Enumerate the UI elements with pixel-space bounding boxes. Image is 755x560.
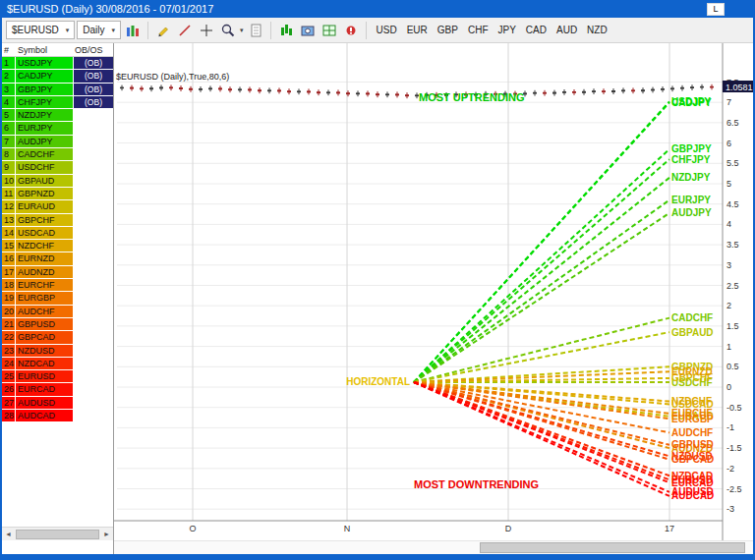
table-row[interactable]: 26EURCAD: [2, 383, 113, 396]
obos-cell: [74, 175, 113, 187]
table-row[interactable]: 22GBPCAD: [2, 331, 113, 344]
svg-text:CADCHF: CADCHF: [671, 312, 713, 323]
currency-button-usd[interactable]: USD: [372, 23, 402, 37]
currency-button-cad[interactable]: CAD: [521, 23, 552, 37]
snapshot-icon[interactable]: [298, 21, 318, 40]
scroll-right-icon[interactable]: ►: [100, 531, 113, 537]
toolbar: $EURUSD ▾ Daily ▾ ▾: [2, 18, 753, 43]
table-row[interactable]: 12EURAUD: [2, 200, 113, 213]
title-bar[interactable]: $EURUSD (Daily) 30/08/2016 - 07/01/2017 …: [2, 0, 753, 18]
symbol-cell: EURUSD: [16, 370, 73, 383]
svg-text:CHFJPY: CHFJPY: [671, 154, 711, 165]
currency-button-aud[interactable]: AUD: [552, 23, 582, 37]
toolbar-separator: [147, 22, 148, 39]
svg-text:4: 4: [726, 219, 731, 229]
chart-hscrollbar[interactable]: [114, 540, 753, 554]
table-row[interactable]: 19EURGBP: [2, 292, 113, 305]
window-title: $EURUSD (Daily) 30/08/2016 - 07/01/2017: [7, 3, 707, 15]
chart-area: 7.576.565.554.543.532.521.510.50-0.5-1-1…: [114, 43, 753, 554]
obos-cell: [74, 306, 113, 317]
table-row[interactable]: 1USDJPY(OB): [2, 57, 113, 70]
table-row[interactable]: 18EURCHF: [2, 279, 113, 292]
zoom-icon[interactable]: [218, 21, 238, 40]
currency-button-gbp[interactable]: GBP: [433, 23, 463, 37]
svg-text:4.5: 4.5: [726, 199, 739, 209]
rank-cell: 22: [2, 331, 16, 344]
table-row[interactable]: 15NZDCHF: [2, 240, 113, 252]
svg-text:AUDJPY: AUDJPY: [671, 207, 712, 218]
chevron-down-icon[interactable]: ▾: [240, 27, 244, 34]
report-icon[interactable]: [246, 21, 265, 40]
period-combo[interactable]: Daily ▾: [77, 21, 121, 39]
table-row[interactable]: 16EURNZD: [2, 252, 113, 265]
table-row[interactable]: 24NZDCAD: [2, 358, 113, 370]
rank-cell: 9: [2, 161, 16, 174]
template-icon[interactable]: [319, 21, 339, 40]
symbol-cell: AUDUSD: [16, 397, 73, 410]
obos-cell: [74, 109, 113, 121]
column-header-obos: OB/OS: [73, 45, 113, 55]
rank-cell: 3: [2, 84, 16, 96]
table-row[interactable]: 13GBPCHF: [2, 214, 113, 227]
scroll-left-icon[interactable]: ◄: [2, 531, 15, 537]
rank-cell: 21: [2, 318, 16, 331]
table-row[interactable]: 2CADJPY(OB): [2, 70, 113, 83]
svg-text:17: 17: [665, 524, 674, 533]
symbol-cell: NZDCHF: [16, 240, 73, 252]
table-row[interactable]: 21GBPUSD: [2, 318, 113, 331]
timeframe-icon[interactable]: [123, 21, 143, 40]
symbol-ranking-panel: # Symbol OB/OS 1USDJPY(OB)2CADJPY(OB)3GB…: [2, 43, 114, 554]
panel-scrollbar-thumb[interactable]: [16, 530, 99, 539]
obos-cell: (OB): [74, 84, 113, 95]
table-row[interactable]: 7AUDJPY: [2, 136, 113, 148]
table-row[interactable]: 3GBPJPY(OB): [2, 84, 113, 96]
svg-text:MOST DOWNTRENDING: MOST DOWNTRENDING: [414, 478, 539, 490]
obos-cell: [74, 148, 113, 160]
svg-text:1: 1: [726, 342, 731, 352]
currency-button-jpy[interactable]: JPY: [494, 23, 521, 37]
symbol-table: 1USDJPY(OB)2CADJPY(OB)3GBPJPY(OB)4CHFJPY…: [2, 57, 113, 422]
currency-button-nzd[interactable]: NZD: [582, 23, 612, 37]
table-row[interactable]: 25EURUSD: [2, 370, 113, 383]
obos-cell: [74, 161, 113, 173]
table-row[interactable]: 28AUDCAD: [2, 410, 113, 422]
rank-cell: 25: [2, 370, 16, 383]
svg-text:6: 6: [726, 139, 731, 148]
table-row[interactable]: 27AUDUSD: [2, 397, 113, 410]
chart-hscrollbar-thumb[interactable]: [480, 542, 745, 553]
alerts-icon[interactable]: [341, 21, 361, 40]
obos-cell: [74, 370, 113, 382]
svg-text:GBPJPY: GBPJPY: [671, 143, 712, 154]
indicators-icon[interactable]: [276, 21, 296, 40]
chevron-down-icon: ▾: [112, 27, 116, 34]
table-row[interactable]: 10GBPAUD: [2, 175, 113, 188]
table-row[interactable]: 4CHFJPY(OB): [2, 96, 113, 109]
rank-cell: 15: [2, 240, 16, 252]
table-row[interactable]: 8CADCHF: [2, 148, 113, 161]
crosshair-icon[interactable]: [197, 21, 216, 40]
table-row[interactable]: 9USDCHF: [2, 161, 113, 174]
svg-text:GBPAUD: GBPAUD: [671, 327, 714, 338]
pencil-icon[interactable]: [153, 21, 173, 40]
trendline-icon[interactable]: [175, 21, 195, 40]
panel-scrollbar[interactable]: ◄ ►: [2, 527, 113, 540]
currency-button-eur[interactable]: EUR: [402, 23, 433, 37]
table-row[interactable]: 14USDCAD: [2, 227, 113, 240]
table-row[interactable]: 11GBPNZD: [2, 188, 113, 200]
table-row[interactable]: 17AUDNZD: [2, 266, 113, 279]
obos-cell: [74, 122, 113, 134]
currency-button-chf[interactable]: CHF: [463, 23, 494, 37]
symbol-cell: AUDCHF: [16, 306, 73, 318]
table-row[interactable]: 20AUDCHF: [2, 306, 113, 318]
svg-text:3: 3: [726, 260, 731, 270]
svg-text:0: 0: [726, 382, 731, 392]
column-header-symbol: Symbol: [16, 45, 73, 55]
strength-fan-chart[interactable]: 7.576.565.554.543.532.521.510.50-0.5-1-1…: [114, 43, 753, 540]
table-row[interactable]: 6EURJPY: [2, 122, 113, 135]
restore-button[interactable]: L: [707, 3, 725, 16]
symbol-combo[interactable]: $EURUSD ▾: [6, 21, 75, 39]
table-row[interactable]: 23NZDUSD: [2, 345, 113, 358]
table-row[interactable]: 5NZDJPY: [2, 109, 113, 122]
obos-cell: [74, 266, 113, 278]
svg-text:AUDCAD: AUDCAD: [671, 490, 714, 501]
